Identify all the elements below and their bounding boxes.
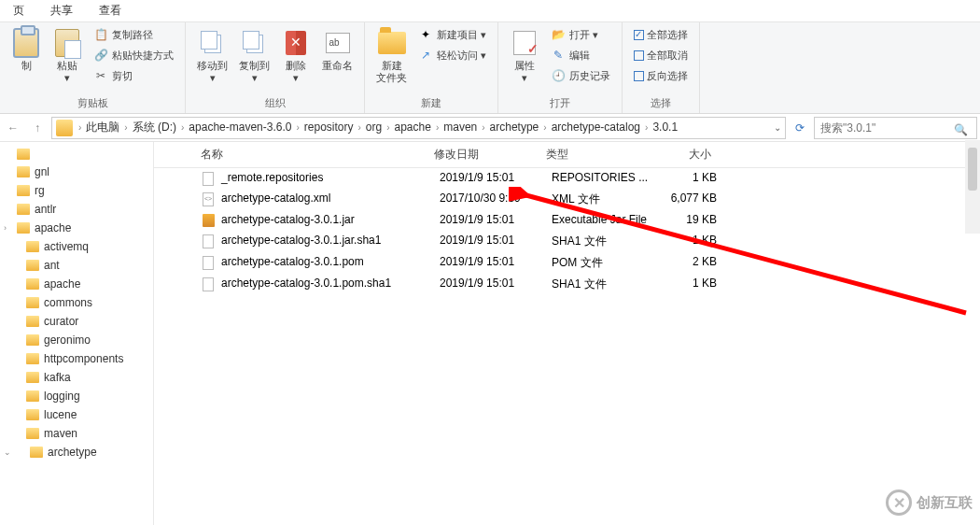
breadcrumb-seg[interactable]: apache-maven-3.6.0: [186, 121, 294, 134]
tree-item-label: antlr: [35, 203, 56, 216]
file-size: 2 KB: [668, 255, 734, 271]
col-date[interactable]: 修改日期: [434, 147, 546, 163]
tree-item[interactable]: maven: [0, 424, 153, 443]
new-item-button[interactable]: ✦新建项目 ▾: [413, 24, 492, 45]
column-headers[interactable]: 名称 修改日期 类型 大小: [154, 142, 980, 168]
file-size: 1 KB: [668, 277, 734, 292]
file-row[interactable]: archetype-catalog-3.0.1.jar2019/1/9 15:0…: [154, 210, 980, 231]
breadcrumb-seg[interactable]: archetype-catalog: [549, 121, 643, 134]
jar-icon: [201, 213, 216, 228]
file-date: 2019/1/9 15:01: [440, 213, 552, 228]
folder-icon: [26, 390, 39, 402]
breadcrumb-seg[interactable]: archetype: [487, 121, 542, 134]
group-label-select: 选择: [628, 95, 693, 113]
chevron-right-icon[interactable]: ›: [541, 122, 548, 133]
rename-icon: [326, 33, 350, 53]
tree-item[interactable]: gnl: [0, 163, 153, 181]
breadcrumb-seg[interactable]: apache: [392, 121, 434, 134]
delete-button[interactable]: 删除▾: [275, 24, 316, 88]
breadcrumb-seg[interactable]: org: [363, 121, 385, 134]
select-none-button[interactable]: 全部取消: [628, 45, 693, 65]
folder-icon: [26, 316, 39, 327]
breadcrumb-seg[interactable]: maven: [441, 121, 480, 134]
chevron-right-icon[interactable]: ›: [294, 122, 301, 133]
folder-tree[interactable]: gnlrgantlr›apacheactivemqantapachecommon…: [0, 142, 154, 525]
tree-item[interactable]: geronimo: [0, 331, 153, 349]
tree-item-label: geronimo: [44, 333, 91, 347]
edit-icon: ✎: [551, 48, 566, 63]
file-row[interactable]: archetype-catalog-3.0.1.pom2019/1/9 15:0…: [154, 252, 980, 274]
breadcrumb-seg[interactable]: 系统 (D:): [130, 121, 179, 134]
tree-item-label: curator: [44, 315, 78, 328]
col-size[interactable]: 大小: [663, 147, 728, 163]
folder-icon: [26, 241, 39, 252]
file-row[interactable]: archetype-catalog-3.0.1.jar.sha12019/1/9…: [154, 231, 980, 252]
nav-back-button[interactable]: ←: [3, 118, 23, 138]
nav-up-button[interactable]: ↑: [27, 118, 48, 138]
chevron-right-icon[interactable]: ›: [77, 122, 83, 133]
tree-item[interactable]: logging: [0, 387, 153, 405]
file-type: SHA1 文件: [552, 277, 668, 292]
folder-icon: [26, 260, 39, 271]
col-name[interactable]: 名称: [201, 147, 434, 163]
checkbox-invert-icon: [634, 71, 644, 81]
file-row[interactable]: _remote.repositories2019/1/9 15:01REPOSI…: [154, 168, 980, 189]
new-folder-button[interactable]: 新建 文件夹: [371, 24, 413, 88]
tree-item[interactable]: commons: [0, 293, 153, 312]
col-type[interactable]: 类型: [546, 147, 663, 163]
invert-selection-button[interactable]: 反向选择: [628, 65, 693, 86]
watermark: ✕ 创新互联: [886, 490, 973, 516]
select-all-button[interactable]: 全部选择: [628, 24, 693, 45]
paste-button[interactable]: 粘贴▾: [47, 24, 88, 88]
tree-item[interactable]: ›apache: [0, 219, 153, 237]
file-name: archetype-catalog.xml: [221, 192, 440, 207]
file-date: 2019/1/9 15:01: [440, 171, 552, 186]
tree-item-label: commons: [44, 296, 92, 309]
breadcrumb-dropdown-icon[interactable]: ⌄: [772, 121, 783, 135]
tab-home[interactable]: 页: [0, 0, 37, 21]
open-button[interactable]: 📂打开 ▾: [545, 24, 616, 45]
tree-item[interactable]: rg: [0, 181, 153, 200]
tree-item[interactable]: antlr: [0, 200, 153, 219]
easy-access-button[interactable]: ↗轻松访问 ▾: [413, 45, 492, 65]
folder-icon: [17, 204, 30, 215]
history-button[interactable]: 🕘历史记录: [545, 65, 616, 86]
tab-view[interactable]: 查看: [86, 0, 134, 21]
edit-button[interactable]: ✎编辑: [545, 45, 616, 65]
tree-item[interactable]: ant: [0, 256, 153, 275]
tree-item[interactable]: activemq: [0, 237, 153, 256]
copy-button[interactable]: 制: [6, 24, 47, 76]
copy-to-button[interactable]: 复制到▾: [233, 24, 275, 88]
folder-icon: [26, 278, 39, 290]
breadcrumb-seg[interactable]: 此电脑: [83, 121, 122, 134]
tree-item[interactable]: apache: [0, 275, 153, 293]
breadcrumb[interactable]: › 此电脑›系统 (D:)›apache-maven-3.6.0›reposit…: [51, 117, 786, 139]
tree-item[interactable]: kafka: [0, 368, 153, 387]
cut-button[interactable]: ✂剪切: [88, 65, 179, 86]
search-icon: 🔍: [954, 123, 968, 136]
tab-share[interactable]: 共享: [37, 0, 86, 21]
file-row[interactable]: archetype-catalog.xml2017/10/30 9:39XML …: [154, 189, 980, 210]
chevron-right-icon[interactable]: ›: [385, 122, 391, 133]
breadcrumb-seg[interactable]: 3.0.1: [650, 121, 680, 134]
rename-button[interactable]: 重命名: [316, 24, 358, 76]
tree-item[interactable]: [0, 146, 153, 163]
tree-item[interactable]: ⌄archetype: [0, 443, 153, 461]
chevron-right-icon[interactable]: ›: [480, 122, 486, 133]
tree-item[interactable]: curator: [0, 312, 153, 331]
chevron-right-icon[interactable]: ›: [122, 122, 129, 133]
breadcrumb-seg[interactable]: repository: [301, 121, 357, 134]
tree-item[interactable]: lucene: [0, 405, 153, 424]
copy-path-button[interactable]: 📋复制路径: [88, 24, 179, 45]
vertical-scrollbar[interactable]: [965, 140, 980, 234]
scissors-icon: ✂: [93, 68, 108, 83]
move-to-button[interactable]: 移动到▾: [191, 24, 233, 88]
paste-shortcut-button[interactable]: 🔗粘贴快捷方式: [88, 45, 179, 65]
refresh-button[interactable]: ⟳: [790, 121, 810, 135]
folder-icon: [17, 166, 30, 177]
chevron-right-icon[interactable]: ›: [356, 122, 362, 133]
properties-button[interactable]: 属性▾: [504, 24, 545, 88]
tree-item[interactable]: httpcomponents: [0, 349, 153, 368]
search-input[interactable]: [814, 117, 977, 139]
file-row[interactable]: archetype-catalog-3.0.1.pom.sha12019/1/9…: [154, 274, 980, 295]
